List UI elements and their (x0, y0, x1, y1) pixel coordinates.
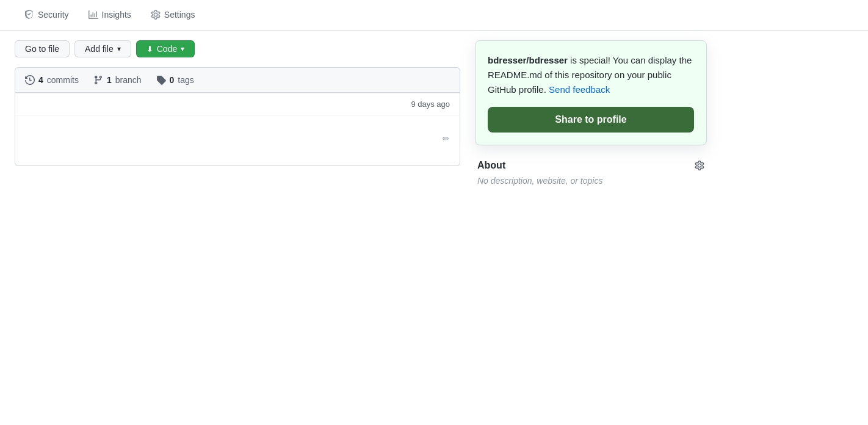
edit-row: ✏ (15, 115, 460, 162)
about-title: About (477, 160, 505, 171)
go-to-file-label: Go to file (25, 44, 59, 54)
shield-icon (24, 10, 34, 20)
tags-label: tags (178, 75, 193, 85)
graph-icon (89, 10, 98, 20)
share-button-label: Share to profile (555, 114, 626, 125)
nav-item-settings[interactable]: Settings (141, 2, 205, 28)
about-header: About (477, 160, 704, 171)
tags-stat[interactable]: 0 tags (156, 75, 194, 85)
commits-stat[interactable]: 4 commits (25, 75, 79, 85)
repo-name: bdresser/bdresser (488, 55, 568, 65)
toolbar: Go to file Add file ▾ ⬇ Code ▾ (15, 40, 460, 57)
file-row: 9 days ago (15, 93, 460, 115)
commits-label: commits (47, 75, 79, 85)
about-gear-icon[interactable] (695, 161, 704, 170)
history-icon (25, 75, 35, 85)
commits-count: 4 (38, 75, 43, 85)
right-column: bdresser/bdresser is special! You can di… (475, 40, 707, 186)
main-content: Go to file Add file ▾ ⬇ Code ▾ 4 commits (0, 31, 868, 195)
go-to-file-button[interactable]: Go to file (15, 40, 70, 57)
nav-security-label: Security (38, 10, 69, 20)
nav-item-insights[interactable]: Insights (79, 2, 141, 28)
last-modified: 9 days ago (411, 100, 450, 109)
popup-description: bdresser/bdresser is special! You can di… (488, 53, 694, 97)
branch-stat[interactable]: 1 branch (93, 75, 142, 85)
code-chevron-icon: ▾ (181, 45, 184, 53)
left-column: Go to file Add file ▾ ⬇ Code ▾ 4 commits (15, 40, 460, 186)
nav-insights-label: Insights (102, 10, 131, 20)
tag-icon (156, 75, 166, 85)
branch-count: 1 (107, 75, 112, 85)
add-file-button[interactable]: Add file ▾ (74, 40, 131, 57)
edit-icon[interactable]: ✏ (443, 134, 450, 143)
gear-nav-icon (151, 10, 161, 20)
about-section: About No description, website, or topics (475, 160, 707, 186)
add-file-label: Add file (85, 44, 114, 54)
special-repo-popup: bdresser/bdresser is special! You can di… (475, 40, 707, 145)
code-label: Code (157, 44, 177, 54)
send-feedback-link[interactable]: Send feedback (549, 84, 610, 95)
file-area: 9 days ago ✏ (15, 93, 460, 166)
branch-icon (93, 75, 103, 85)
chevron-down-icon: ▾ (117, 45, 121, 53)
share-to-profile-button[interactable]: Share to profile (488, 107, 694, 133)
stats-row: 4 commits 1 branch 0 tags (15, 67, 460, 93)
nav-item-security[interactable]: Security (15, 2, 79, 28)
about-description: No description, website, or topics (477, 176, 704, 186)
download-icon: ⬇ (146, 45, 153, 54)
code-button[interactable]: ⬇ Code ▾ (136, 40, 195, 57)
top-nav: Security Insights Settings (0, 0, 868, 31)
tags-count: 0 (170, 75, 175, 85)
nav-settings-label: Settings (164, 10, 195, 20)
branch-label: branch (115, 75, 142, 85)
